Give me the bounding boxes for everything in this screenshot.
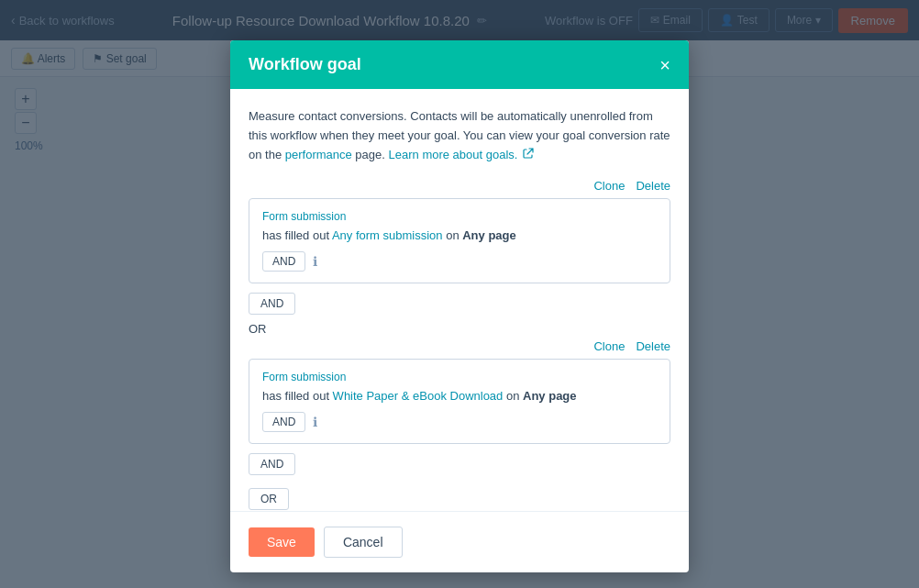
modal-overlay: Workflow goal × Measure contact conversi… <box>0 0 919 588</box>
modal-header: Workflow goal × <box>230 40 689 89</box>
learn-more-link[interactable]: Learn more about goals. <box>389 148 518 161</box>
add-or-button[interactable]: OR <box>249 488 289 510</box>
description-prefix-2: has filled out <box>262 389 333 403</box>
delete-button-2[interactable]: Delete <box>636 339 670 353</box>
cancel-button[interactable]: Cancel <box>324 527 403 558</box>
modal-footer: Save Cancel <box>230 511 689 572</box>
goal-card-1-title: Form submission <box>262 210 657 223</box>
goal-card-1-footer: AND ℹ <box>262 251 657 272</box>
and-button-inner-1[interactable]: AND <box>262 251 305 272</box>
or-label: OR <box>249 322 670 336</box>
modal-title: Workflow goal <box>249 55 361 74</box>
info-icon-2[interactable]: ℹ <box>313 415 317 429</box>
goal-card-2-title: Form submission <box>262 371 657 383</box>
clone-button-1[interactable]: Clone <box>593 179 625 193</box>
info-icon-1[interactable]: ℹ <box>313 254 317 269</box>
or-section: OR Clone Delete Form submission has fill… <box>249 322 670 475</box>
description-suffix-2: on <box>503 389 523 403</box>
form-link-2[interactable]: White Paper & eBook Download <box>333 389 504 403</box>
description-prefix-1: has filled out <box>262 228 332 242</box>
goal-card-2: Form submission has filled out White Pap… <box>249 359 670 444</box>
external-link-icon <box>523 148 534 159</box>
clone-button-2[interactable]: Clone <box>593 339 625 353</box>
description-text-2: page. <box>352 148 389 161</box>
page-text-1: Any page <box>462 228 516 242</box>
and-button-inner-2[interactable]: AND <box>262 412 305 432</box>
page-text-2: Any page <box>523 389 577 403</box>
goal-section-2-actions: Clone Delete <box>249 339 670 353</box>
description-suffix-1: on <box>443 228 463 242</box>
goal-card-1: Form submission has filled out Any form … <box>249 198 670 283</box>
save-button[interactable]: Save <box>249 527 315 557</box>
form-link-1[interactable]: Any form submission <box>332 228 443 242</box>
modal-close-button[interactable]: × <box>659 56 670 74</box>
close-icon: × <box>659 55 670 75</box>
goal-section-1: Clone Delete Form submission has filled … <box>249 179 670 315</box>
workflow-goal-modal: Workflow goal × Measure contact conversi… <box>230 40 689 572</box>
delete-button-1[interactable]: Delete <box>636 179 670 193</box>
modal-body: Measure contact conversions. Contacts wi… <box>230 89 689 511</box>
performance-link[interactable]: performance <box>285 148 352 161</box>
goal-card-2-footer: AND ℹ <box>262 412 657 432</box>
add-and-button-1[interactable]: AND <box>249 293 295 315</box>
goal-section-1-actions: Clone Delete <box>249 179 670 193</box>
goal-card-1-description: has filled out Any form submission on An… <box>262 228 657 242</box>
goal-card-2-description: has filled out White Paper & eBook Downl… <box>262 389 657 403</box>
modal-description: Measure contact conversions. Contacts wi… <box>249 107 670 164</box>
add-and-button-2[interactable]: AND <box>249 453 295 475</box>
